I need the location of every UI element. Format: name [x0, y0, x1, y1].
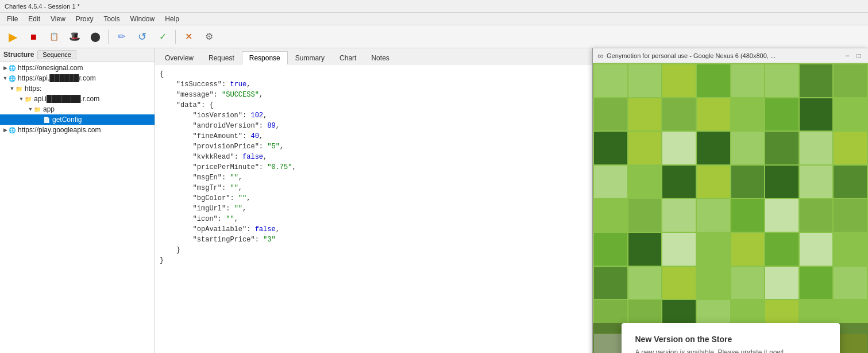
mosaic-cell [662, 64, 696, 97]
toolbar-separator-2 [175, 30, 176, 44]
menu-edit[interactable]: Edit [24, 14, 45, 24]
tree-item-https-folder[interactable]: ▼ 📁 https: [0, 83, 155, 94]
mosaic-cell [834, 166, 867, 198]
mosaic-cell [594, 166, 627, 198]
phone-screen: New Version on the Store A new version i… [593, 63, 868, 353]
title-bar: Charles 4.5.4 - Session 1 * [0, 0, 868, 13]
mosaic-cell [800, 199, 833, 232]
globe-icon-onesignal: 🌐 [8, 64, 16, 72]
globe-icon-googleapis: 🌐 [8, 126, 16, 134]
tools-button[interactable]: ✕ [179, 28, 198, 46]
tree-label-app: app [43, 105, 55, 113]
spy-button[interactable]: 🎩 [65, 28, 84, 46]
folder-icon-app: 📁 [33, 105, 41, 113]
mosaic-cell [628, 199, 662, 232]
dialog-overlay: New Version on the Store A new version i… [593, 323, 868, 353]
mosaic-cell [765, 98, 798, 131]
structure-label: Structure [3, 51, 34, 59]
check-button[interactable]: ✓ [153, 28, 172, 46]
maximize-button[interactable]: □ [854, 51, 863, 60]
mosaic-cell [800, 233, 833, 266]
expand-icon-app: ▼ [28, 106, 33, 112]
tab-summary[interactable]: Summary [288, 51, 332, 64]
reload-button[interactable]: ↺ [133, 28, 151, 46]
mosaic-cell [594, 233, 627, 266]
genymotion-titlebar: ∞ Genymotion for personal use - Google N… [593, 48, 868, 63]
expand-icon-api-r: ▼ [2, 75, 8, 81]
mosaic-cell [731, 233, 765, 266]
settings-button[interactable]: ⚙ [200, 28, 218, 46]
tab-response[interactable]: Response [242, 51, 288, 64]
title-text: Charles 4.5.4 - Session 1 * [5, 3, 80, 10]
expand-icon-onesignal: ▶ [2, 65, 8, 71]
tree-item-onesignal[interactable]: ▶ 🌐 https://onesignal.com [0, 63, 155, 73]
mosaic-cell [697, 166, 730, 198]
mosaic-cell [800, 98, 833, 131]
start-button[interactable]: ▶ [3, 28, 22, 46]
tree-item-app-folder[interactable]: ▼ 📁 app [0, 104, 155, 114]
mosaic-cell [800, 166, 833, 198]
genymotion-title-text: Genymotion for personal use - Google Nex… [607, 52, 776, 59]
mosaic-cell [731, 98, 765, 131]
right-panel: Overview Request Response Summary Chart … [155, 48, 868, 353]
mosaic-cell [628, 267, 662, 300]
tree-label-https: https: [25, 85, 41, 93]
mosaic-cell [731, 166, 765, 198]
genymotion-window: ∞ Genymotion for personal use - Google N… [592, 48, 868, 353]
mosaic-cell [731, 199, 765, 232]
menu-window[interactable]: Window [126, 14, 160, 24]
expand-icon-googleapis: ▶ [2, 127, 8, 133]
mosaic-cell [765, 132, 798, 164]
mosaic-cell [697, 233, 730, 266]
menu-view[interactable]: View [46, 14, 70, 24]
menu-bar: File Edit View Proxy Tools Window Help [0, 13, 868, 25]
block-button[interactable]: ⬤ [86, 28, 105, 46]
toolbar: ▶ ⏹ 📋 🎩 ⬤ ✏ ↺ ✓ ✕ ⚙ [0, 25, 868, 48]
tree-panel: ▶ 🌐 https://onesignal.com ▼ 🌐 https://ap… [0, 62, 155, 353]
mosaic-cell [765, 166, 798, 198]
minimize-button[interactable]: − [843, 51, 852, 60]
tree-item-api-folder[interactable]: ▼ 📁 api.i███████.r.com [0, 94, 155, 104]
mosaic-cell [800, 132, 833, 164]
sequence-button[interactable]: Sequence [37, 50, 76, 59]
menu-file[interactable]: File [2, 14, 22, 24]
mosaic-cell [594, 199, 627, 232]
mosaic-cell [765, 64, 798, 97]
tree-item-getconfig[interactable]: 📄 getConfig [0, 114, 155, 125]
mosaic-cell [594, 98, 627, 131]
file-icon-getconfig: 📄 [43, 116, 51, 124]
mosaic-cell [594, 132, 627, 164]
mosaic-cell [697, 267, 730, 300]
menu-proxy[interactable]: Proxy [71, 14, 98, 24]
tree-item-googleapis[interactable]: ▶ 🌐 https://play.googleapis.com [0, 125, 155, 135]
dialog-box: New Version on the Store A new version i… [622, 323, 840, 353]
session-button[interactable]: 📋 [45, 28, 63, 46]
mosaic-cell [731, 132, 765, 164]
edit-button[interactable]: ✏ [112, 28, 130, 46]
mosaic-cell [594, 64, 627, 97]
mosaic-cell [628, 64, 662, 97]
stop-button[interactable]: ⏹ [24, 28, 43, 46]
mosaic-cell [765, 267, 798, 300]
menu-help[interactable]: Help [160, 14, 184, 24]
genymotion-title: ∞ Genymotion for personal use - Google N… [597, 51, 776, 60]
expand-icon-api-folder: ▼ [18, 96, 24, 102]
mosaic-cell [834, 64, 867, 97]
mosaic-cell [662, 98, 696, 131]
mosaic-cell [662, 132, 696, 164]
tab-chart[interactable]: Chart [332, 51, 364, 64]
mosaic-cell [662, 267, 696, 300]
globe-icon-api-r: 🌐 [8, 74, 16, 82]
tab-overview[interactable]: Overview [157, 51, 201, 64]
tab-request[interactable]: Request [201, 51, 242, 64]
mosaic-cell [628, 98, 662, 131]
menu-tools[interactable]: Tools [99, 14, 125, 24]
tree-label-api-folder: api.i███████.r.com [34, 95, 99, 103]
expand-icon-https: ▼ [9, 86, 15, 91]
tab-notes[interactable]: Notes [364, 51, 396, 64]
mosaic-cell [662, 233, 696, 266]
phone-screen-mosaic [593, 63, 868, 353]
left-panel: Structure Sequence ▶ 🌐 https://onesignal… [0, 48, 155, 353]
tree-item-api-r[interactable]: ▼ 🌐 https://api.██████r.com [0, 73, 155, 83]
mosaic-cell [628, 166, 662, 198]
